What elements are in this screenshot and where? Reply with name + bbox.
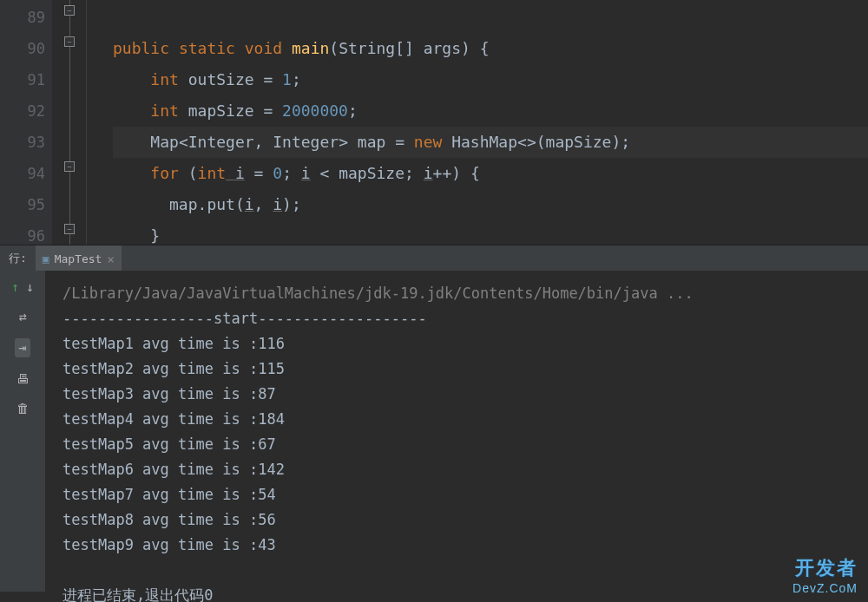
code-line — [113, 2, 868, 33]
fold-marker-icon[interactable]: − — [64, 161, 75, 172]
tab-label: MapTest — [55, 252, 102, 265]
gutter-line: 95 — [0, 189, 45, 220]
print-icon[interactable]: 🖶 — [16, 371, 30, 387]
fold-marker-icon[interactable]: − — [64, 5, 75, 16]
fold-marker-icon[interactable]: − — [64, 224, 75, 234]
console-line: -----------------start------------------… — [62, 306, 851, 331]
gutter-line: 94 — [0, 158, 45, 189]
gutter-line: 91 — [0, 64, 45, 95]
console-line: testMap4 avg time is :184 — [62, 407, 851, 432]
code-line: int mapSize = 2000000; — [113, 95, 868, 127]
panel-title: 行: — [0, 251, 36, 266]
console-line: testMap7 avg time is :54 — [62, 482, 851, 507]
code-line: for (int i = 0; i < mapSize; i++) { — [113, 158, 868, 189]
up-icon[interactable]: ↑ — [11, 279, 19, 295]
soft-wrap-icon[interactable]: ⇄ — [18, 309, 26, 324]
gutter-line: 93 — [0, 127, 45, 158]
code-line-current: Map<Integer, Integer> map = new HashMap<… — [113, 127, 868, 158]
console-line: testMap5 avg time is :67 — [62, 432, 851, 457]
console-line — [62, 558, 851, 583]
application-icon: ▣ — [43, 252, 49, 265]
code-line: public static void main(String[] args) { — [113, 33, 868, 64]
console-line: testMap9 avg time is :43 — [62, 533, 851, 558]
fold-gutter: − − − − — [52, 0, 87, 245]
code-line: } — [113, 220, 868, 252]
console-line: testMap6 avg time is :142 — [62, 457, 851, 482]
scroll-end-icon[interactable]: ⇥ — [15, 338, 30, 357]
code-line: int outSize = 1; — [113, 64, 868, 95]
console-path: /Library/Java/JavaVirtualMachines/jdk-19… — [62, 281, 851, 306]
console-line: testMap2 avg time is :115 — [62, 357, 851, 382]
line-gutter: 89 90▶ 91 92 93 94 95 96 — [0, 0, 52, 245]
console-line: testMap1 avg time is :116 — [62, 331, 851, 357]
console-toolbar: ↑ ↓ ⇄ ⇥ 🖶 🗑 — [0, 271, 45, 592]
editor-area: 89 90▶ 91 92 93 94 95 96 − − − − public … — [0, 0, 868, 245]
stop-icon[interactable]: ↓ — [26, 279, 34, 295]
console-panel: ↑ ↓ ⇄ ⇥ 🖶 🗑 /Library/Java/JavaVirtualMac… — [0, 271, 868, 592]
code-line: map.put(i, i); — [113, 189, 868, 220]
gutter-line: 96 — [0, 220, 45, 252]
run-tab[interactable]: ▣ MapTest × — [36, 245, 122, 271]
console-line: testMap3 avg time is :87 — [62, 382, 851, 407]
fold-marker-icon[interactable]: − — [64, 36, 75, 47]
console-output[interactable]: /Library/Java/JavaVirtualMachines/jdk-19… — [45, 271, 868, 592]
trash-icon[interactable]: 🗑 — [16, 401, 30, 416]
gutter-line: 92 — [0, 95, 45, 127]
gutter-line: 89 — [0, 2, 45, 33]
console-line: testMap8 avg time is :56 — [62, 507, 851, 533]
console-exit-line: 进程已结束,退出代码0 — [62, 583, 851, 602]
code-area[interactable]: public static void main(String[] args) {… — [87, 0, 868, 245]
gutter-line[interactable]: 90▶ — [0, 33, 45, 64]
close-icon[interactable]: × — [107, 252, 114, 266]
